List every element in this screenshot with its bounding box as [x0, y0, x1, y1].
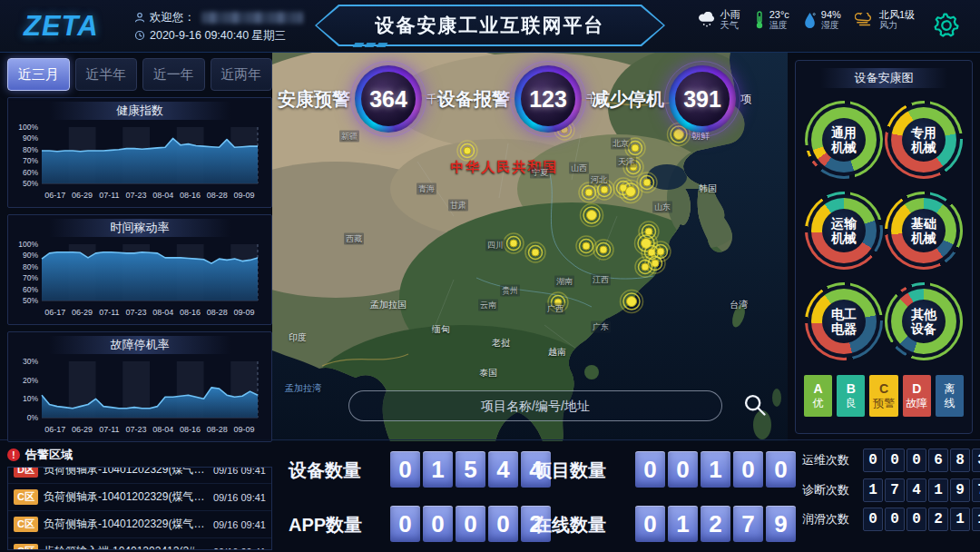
- alert-row[interactable]: C区负荷侧轴承-10401202329(煤气引风机电...09/16 09:41: [8, 511, 271, 538]
- svg-text:09-09: 09-09: [234, 425, 255, 434]
- gauge-运输机械: 运输机械: [805, 192, 883, 270]
- gauge-label: 通用机械: [822, 118, 866, 162]
- svg-text:06-29: 06-29: [72, 308, 93, 317]
- stat-unit: 项: [740, 92, 751, 107]
- svg-text:80%: 80%: [23, 262, 38, 271]
- health-panel: 设备安康图 通用机械专用机械运输机械基础机械电工电器其他设备 A优B良C预警D故…: [795, 60, 973, 434]
- svg-text:60%: 60%: [23, 285, 38, 294]
- svg-text:07-23: 07-23: [126, 425, 147, 434]
- digit-cell: 0: [635, 451, 665, 488]
- svg-text:07-11: 07-11: [99, 425, 119, 434]
- digit-cell: 7: [733, 506, 763, 542]
- page-title-frame: 设备安康工业互联网平台: [315, 5, 665, 46]
- page-title: 设备安康工业互联网平台: [317, 6, 663, 44]
- svg-text:07-23: 07-23: [126, 308, 147, 317]
- digit-cell: 0: [456, 506, 485, 542]
- rain-cloud-icon: [698, 12, 716, 28]
- counter-digit-cell: 0: [885, 508, 905, 531]
- counter-digit-cell: 4: [906, 478, 926, 502]
- stat-ring: 364: [355, 65, 422, 133]
- gauge-label: 专用机械: [902, 118, 946, 162]
- title-decoration: [354, 43, 387, 47]
- svg-text:07-11: 07-11: [99, 191, 119, 200]
- digit-cell: 2: [701, 506, 730, 542]
- zeta-logo: ZETA: [24, 10, 99, 43]
- chart-title: 时间稼动率: [49, 219, 230, 237]
- counter-digit-cell: 7: [972, 478, 980, 502]
- bottom-stat-label-在线数量: 在线数量: [534, 513, 606, 537]
- datetime: 2020-9-16 09:40:40 星期三: [150, 26, 286, 44]
- counter-label: 润滑次数: [802, 511, 857, 527]
- alert-row[interactable]: C区负荷侧轴承-10401202329(煤气引风机电...09/16 09:41: [8, 484, 271, 511]
- alert-list[interactable]: D区负荷侧轴承-10401202329(煤气引风机电...09/16 09:41…: [7, 467, 272, 550]
- alert-row[interactable]: D区负荷侧轴承-10401202329(煤气引风机电...09/16 09:41: [8, 467, 271, 484]
- gear-icon[interactable]: [933, 12, 960, 39]
- search-input[interactable]: [349, 391, 721, 420]
- legend-离线: 离线: [936, 375, 964, 417]
- digit-cell: 9: [766, 506, 796, 542]
- bottom-stat-label-APP数量: APP数量: [289, 513, 362, 537]
- weather-value: 94%: [821, 9, 841, 20]
- svg-text:100%: 100%: [18, 123, 38, 132]
- digit-cell: 0: [668, 451, 698, 488]
- digit-cell: 0: [733, 451, 763, 488]
- digit-cell: 1: [668, 506, 698, 542]
- stat-label: 设备报警: [437, 87, 510, 112]
- weather-temp: 23°c温度: [754, 9, 789, 31]
- svg-text:06-17: 06-17: [44, 425, 65, 434]
- counter-label: 诊断次数: [802, 482, 857, 498]
- alert-text: 负荷侧轴承-10401202329(煤气引风机电...: [44, 489, 208, 505]
- legend-C: C预警: [869, 375, 897, 417]
- stat-ring: 123: [514, 65, 582, 133]
- bottom-stat-label-项目数量: 项目数量: [534, 458, 606, 483]
- chart-panel-2: 故障停机率30%20%10%0%06-1706-2907-1107-2308-0…: [7, 331, 272, 442]
- bottom-stat-digits: 01279: [635, 506, 796, 542]
- time-filter-0[interactable]: 近三月: [7, 58, 70, 91]
- alert-time: 09/16 09:41: [213, 492, 266, 503]
- time-filter-2[interactable]: 近一年: [142, 58, 205, 91]
- counter-digits: 000211: [863, 508, 980, 531]
- alert-row[interactable]: C区齿轮箱输入端-10401202412(2#（2V）...09/16 09:4…: [8, 538, 271, 550]
- weather-humidity: 94%湿度: [803, 9, 841, 31]
- alert-text: 负荷侧轴承-10401202329(煤气引风机电...: [44, 517, 208, 532]
- project-search[interactable]: [348, 390, 722, 421]
- counter-digit-cell: 2: [928, 508, 948, 531]
- counter-digits: 000683: [863, 448, 980, 472]
- alert-time: 09/16 09:41: [213, 519, 266, 530]
- weather-rain: 小雨天气: [698, 9, 740, 31]
- counter-诊断次数: 诊断次数174197: [802, 478, 980, 502]
- charts-container: 健康指数100%90%80%70%60%50%06-1706-2907-1107…: [7, 97, 272, 442]
- map-area[interactable]: 中华人民共和国朝鲜韩国台湾越南老挝泰国缅甸孟加拉国印度孟加拉湾蒙古新疆青海西藏甘…: [272, 53, 788, 441]
- gauge-其他设备: 其他设备: [885, 282, 963, 360]
- svg-text:70%: 70%: [23, 156, 38, 165]
- time-filter-1[interactable]: 近半年: [75, 58, 138, 91]
- bottom-stat-digits: 00002: [390, 506, 551, 542]
- search-icon[interactable]: [742, 392, 768, 418]
- bottom-stat-digits: 00100: [635, 451, 796, 488]
- weather-wind: 北风1级风力: [855, 9, 915, 31]
- stat-1: 设备报警123千项: [437, 65, 608, 133]
- weather-value: 北风1级: [879, 9, 915, 20]
- svg-text:09-09: 09-09: [234, 308, 255, 317]
- gauges-grid: 通用机械专用机械运输机械基础机械电工电器其他设备: [796, 88, 972, 360]
- digit-cell: 0: [635, 506, 665, 542]
- counter-digit-cell: 6: [928, 448, 948, 472]
- chart-title: 故障停机率: [49, 336, 230, 354]
- counter-digit-cell: 0: [906, 508, 926, 531]
- gauge-基础机械: 基础机械: [885, 192, 963, 270]
- weather-label: 温度: [769, 20, 789, 31]
- counter-digit-cell: 0: [885, 448, 905, 472]
- user-icon: [134, 12, 145, 23]
- time-filter-3[interactable]: 近两年: [211, 58, 273, 91]
- svg-text:80%: 80%: [23, 145, 38, 154]
- bottom-stat-label-设备数量: 设备数量: [289, 458, 361, 483]
- svg-text:08-16: 08-16: [180, 191, 201, 200]
- counter-digit-cell: 0: [863, 448, 883, 472]
- weather-label: 湿度: [821, 20, 841, 31]
- clock-icon: [134, 30, 145, 41]
- time-filter-group: 近三月近半年近一年近两年: [7, 58, 272, 91]
- counter-digit-cell: 9: [950, 478, 970, 502]
- counter-digit-cell: 7: [885, 478, 905, 502]
- counter-运维次数: 运维次数000683: [802, 448, 980, 472]
- svg-text:50%: 50%: [23, 179, 38, 188]
